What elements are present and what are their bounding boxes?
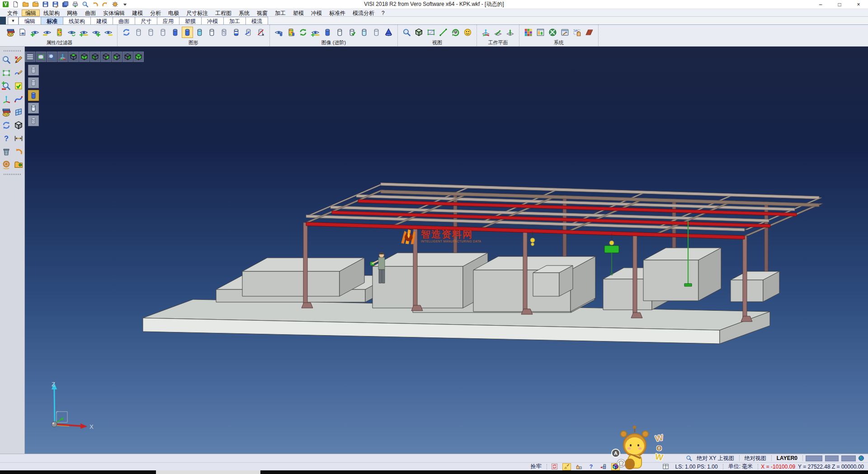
cube-top-icon[interactable]: [68, 52, 79, 62]
menu-item-11[interactable]: 系统: [235, 9, 253, 16]
status-button-2[interactable]: [825, 455, 839, 461]
globe-icon[interactable]: [857, 455, 865, 462]
cyl-ghost-icon[interactable]: [145, 27, 156, 38]
eye-solid-icon[interactable]: [273, 27, 284, 38]
cplane-xy-icon[interactable]: [480, 27, 491, 38]
toolbar-tab-5[interactable]: 尺寸: [135, 17, 157, 24]
cyl-glass-icon[interactable]: [359, 27, 370, 38]
render-ghost-icon[interactable]: [28, 65, 39, 76]
menu-item-12[interactable]: 视窗: [253, 9, 271, 16]
toolbar-tab-0[interactable]: 编辑: [19, 17, 41, 24]
cyl-blue-icon[interactable]: [170, 27, 181, 38]
options-globe-icon[interactable]: [547, 27, 558, 38]
wcs-axes-icon[interactable]: [1, 94, 12, 104]
cyl-cyan-icon[interactable]: [194, 27, 205, 38]
toolbar-tab-6[interactable]: 应用: [157, 17, 179, 24]
new-icon[interactable]: [11, 0, 20, 9]
menu-item-16[interactable]: 标准件: [326, 9, 349, 16]
menu-item-10[interactable]: 工程图: [212, 9, 235, 16]
cyl-ghost-icon[interactable]: [371, 27, 382, 38]
cyl-wire-icon[interactable]: [218, 27, 230, 38]
toolbar-tab-9[interactable]: 加工: [224, 17, 246, 24]
snap-cube-icon[interactable]: [611, 463, 620, 470]
status-button-3[interactable]: [841, 455, 856, 461]
regen-icon[interactable]: [121, 27, 132, 38]
open-icon[interactable]: [21, 0, 30, 9]
eye-remove-icon[interactable]: [42, 27, 53, 38]
mesh-grid-icon[interactable]: [584, 27, 595, 38]
show-all-icon[interactable]: [90, 27, 102, 38]
render-steel-icon[interactable]: [28, 103, 39, 114]
cyl-ghost-icon[interactable]: [133, 27, 144, 38]
cplane-entity-icon[interactable]: [492, 27, 504, 38]
preview-icon[interactable]: [80, 0, 90, 9]
toolbar-tab-8[interactable]: 冲模: [202, 17, 224, 24]
save-icon[interactable]: [41, 0, 50, 9]
status-scale[interactable]: LS: 1.00 PS: 1.00: [672, 464, 722, 470]
cyl-white-icon[interactable]: [334, 27, 345, 38]
render-wire-icon[interactable]: [28, 115, 39, 126]
toolbar-tab-10[interactable]: 模流: [246, 17, 268, 24]
spline-edit-icon[interactable]: [13, 94, 24, 104]
viewport-menu-icon[interactable]: [25, 52, 35, 62]
cyl-mixed-icon[interactable]: [231, 27, 242, 38]
toolbar-tab-2[interactable]: 线架构: [63, 17, 91, 24]
filter-lights-icon[interactable]: [54, 27, 65, 38]
eye-plusminus-icon[interactable]: [78, 27, 90, 38]
modify-erase-icon[interactable]: [13, 54, 24, 65]
smiley-icon[interactable]: [462, 27, 473, 38]
cube-back-icon[interactable]: [90, 52, 100, 62]
eye-plusminus-icon[interactable]: [310, 27, 321, 38]
profile-panel-icon[interactable]: [535, 27, 546, 38]
solid-cube-icon[interactable]: [13, 120, 24, 131]
render-ghost-icon[interactable]: [28, 77, 39, 88]
select-points-icon[interactable]: [571, 27, 583, 38]
cube-front-icon[interactable]: [123, 52, 133, 62]
save-as-icon[interactable]: [51, 0, 60, 9]
cyl-arrow-icon[interactable]: [243, 27, 254, 38]
eye-add-icon[interactable]: [29, 27, 41, 38]
cyl-check-icon[interactable]: [346, 27, 358, 38]
navigator-icon[interactable]: [1, 159, 12, 170]
menu-item-13[interactable]: 加工: [271, 9, 289, 16]
cube-iso-icon[interactable]: [133, 52, 144, 62]
delete-icon[interactable]: [1, 146, 12, 157]
cyl-ghost-icon[interactable]: [157, 27, 169, 38]
measure-icon[interactable]: [13, 133, 24, 144]
zoom-fly-icon[interactable]: [47, 52, 57, 62]
save-all-icon[interactable]: [61, 0, 70, 9]
track-lock-icon[interactable]: [550, 463, 559, 470]
menu-item-4[interactable]: 曲面: [81, 9, 99, 16]
status-units[interactable]: 单位: 毫米: [725, 463, 757, 470]
toolbar-drag-handle[interactable]: [4, 50, 21, 52]
attributes-icon[interactable]: [5, 27, 16, 38]
status-button-1[interactable]: [806, 455, 822, 461]
menu-item-17[interactable]: 模流分析: [349, 9, 378, 16]
menu-item-3[interactable]: 网格: [63, 9, 81, 16]
cube-right-icon[interactable]: [101, 52, 111, 62]
import-icon[interactable]: [31, 0, 40, 9]
menu-item-9[interactable]: 尺寸标注: [183, 9, 212, 16]
refresh-green-icon[interactable]: [297, 27, 309, 38]
toolbar-tab-1[interactable]: 标准: [41, 17, 63, 24]
zoom-all-icon[interactable]: [401, 27, 412, 38]
macro-icon[interactable]: [110, 0, 119, 9]
eye-refresh-icon[interactable]: [66, 27, 77, 38]
minimize-button[interactable]: –: [811, 0, 830, 9]
menu-item-14[interactable]: 塑模: [289, 9, 307, 16]
zoom-window-icon[interactable]: [1, 67, 12, 78]
context-help-icon[interactable]: ?: [587, 463, 595, 470]
copy-attributes-icon[interactable]: [17, 27, 28, 38]
cyl-blue-icon[interactable]: [182, 27, 193, 38]
status-lock-toggle[interactable]: 拴牢: [527, 463, 545, 470]
menu-item-8[interactable]: 电极: [165, 9, 183, 16]
toolbar-drag-handle[interactable]: [4, 174, 21, 175]
view-rect-icon[interactable]: [425, 27, 437, 38]
shade-cone-icon[interactable]: [383, 27, 394, 38]
rotate-view-icon[interactable]: [450, 27, 461, 38]
hide-all-icon[interactable]: [103, 27, 114, 38]
validate-icon[interactable]: [13, 81, 24, 91]
status-view-mode[interactable]: 绝对视图: [741, 455, 770, 462]
attributes-icon[interactable]: [1, 107, 12, 118]
toolbar-tab-7[interactable]: 塑膜: [179, 17, 202, 24]
